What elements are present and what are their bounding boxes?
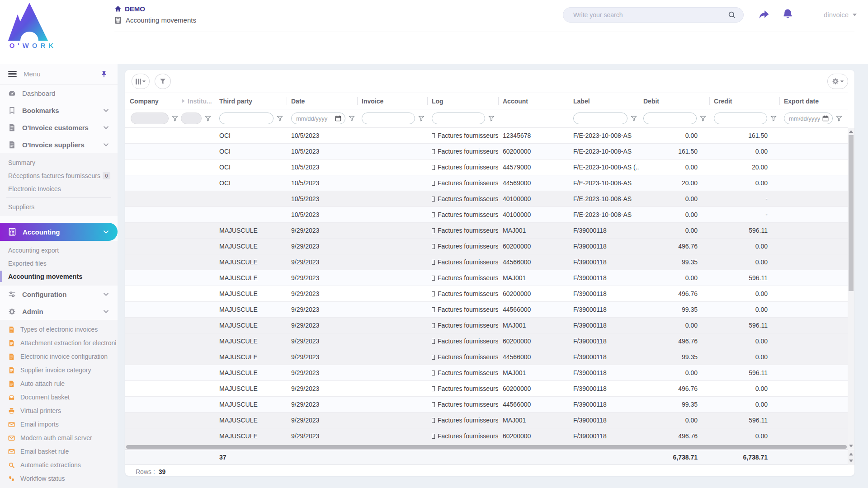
sidebar-subitem[interactable]: Attachment extraction for electroni [0,336,118,350]
vertical-scrollbar-thumb[interactable] [849,135,854,291]
sidebar-subitem[interactable]: Email imports [0,418,118,431]
filter-third-party-input[interactable] [219,113,274,124]
column-header-company[interactable]: Company [125,93,177,109]
table-row[interactable]: MAJUSCULE9/29/2023Factures fournisseurs6… [125,286,848,302]
table-row[interactable]: MAJUSCULE9/29/2023Factures fournisseurs4… [125,254,848,270]
table-row[interactable]: OCI10/5/2023Factures fournisseurs4456900… [125,175,848,191]
sidebar-subitem[interactable]: Automatic extractions [0,458,118,472]
funnel-icon[interactable] [277,116,283,122]
calendar-icon[interactable] [822,115,829,122]
expand-column-icon[interactable] [182,99,185,103]
sidebar-subitem[interactable]: Suppliers [0,200,118,213]
search-input[interactable] [563,11,728,19]
rows-label: Rows : [136,468,155,475]
pin-icon[interactable] [100,70,108,78]
column-header-log[interactable]: Log [427,93,498,109]
funnel-icon[interactable] [836,116,842,122]
sidebar-item-dashboard[interactable]: Dashboard [0,84,118,102]
sidebar-subitem[interactable]: Electronic Invoices [0,182,118,195]
user-menu[interactable]: dinvoice [824,11,857,19]
funnel-icon[interactable] [700,116,706,122]
table-row[interactable]: MAJUSCULE9/29/2023Factures fournisseurs4… [125,302,848,318]
sidebar-subitem[interactable]: Summary [0,156,118,169]
filter-credit-input[interactable] [714,113,767,124]
sidebar-subitem[interactable]: Workflow status [0,472,118,485]
table-row[interactable]: OCI10/5/2023Factures fournisseurs4457900… [125,160,848,175]
sidebar-subitem[interactable]: Accounting movements [0,270,118,283]
table-row[interactable]: MAJUSCULE9/29/2023Factures fournisseurs6… [125,239,848,254]
sidebar-subitem[interactable]: Modern auth email server [0,431,118,445]
log-glyph-icon [432,339,435,344]
sidebar-subitem[interactable]: Electronic invoice configuration [0,350,118,363]
table-row[interactable]: 10/5/2023Factures fournisseurs40100000F/… [125,191,848,207]
funnel-icon[interactable] [418,116,425,122]
column-header-export-date[interactable]: Export date [779,93,848,109]
sidebar-subitem[interactable]: Réceptions factures fournisseurs0 [0,169,118,182]
table-row[interactable]: MAJUSCULE9/29/2023Factures fournisseurs6… [125,333,848,349]
horizontal-scrollbar[interactable] [125,444,848,450]
scroll-up-icon[interactable] [849,453,853,455]
sidebar-subitem[interactable]: Email basket rule [0,445,118,458]
filter-invoice-input[interactable] [362,113,415,124]
column-header-invoice[interactable]: Invoice [357,93,427,109]
table-row[interactable]: OCI10/5/2023Factures fournisseurs1234567… [125,128,848,144]
scroll-down-icon[interactable] [849,460,853,462]
horizontal-scrollbar-thumb[interactable] [126,445,847,449]
sidebar-subitem[interactable]: Types of electronic invoices [0,323,118,336]
table-row[interactable]: MAJUSCULE9/29/2023Factures fournisseurs6… [125,381,848,397]
sidebar-subitem[interactable]: Virtual printers [0,404,118,418]
column-header-date[interactable]: Date [287,93,357,109]
table-row[interactable]: MAJUSCULE9/29/2023Factures fournisseurs4… [125,397,848,413]
sidebar-item-admin[interactable]: Admin [0,303,118,320]
sidebar-subitem[interactable]: Auto attach rule [0,377,118,390]
filter-button[interactable] [155,74,171,89]
filter-export-date-input[interactable]: mm/dd/yyyy [784,113,833,124]
column-header-credit[interactable]: Credit [709,93,779,109]
grid-settings-button[interactable] [827,74,848,89]
scroll-down-icon[interactable] [849,445,853,447]
share-icon[interactable] [758,8,770,21]
funnel-icon[interactable] [205,116,211,122]
funnel-icon[interactable] [770,116,777,122]
totals-scrollbar[interactable] [848,450,854,465]
hamburger-icon[interactable] [8,70,17,79]
scroll-up-icon[interactable] [849,130,853,133]
column-header-debit[interactable]: Debit [639,93,709,109]
table-row[interactable]: MAJUSCULE9/29/2023Factures fournisseurs6… [125,428,848,444]
sidebar-subitem[interactable]: Document basket [0,390,118,404]
breadcrumb-title[interactable]: DEMO [125,5,145,13]
sidebar-item-bookmarks[interactable]: Bookmarks [0,102,118,119]
sidebar-subitem[interactable]: Supplier invoice category [0,363,118,377]
notifications-bell-icon[interactable] [782,8,793,20]
sidebar-subitem[interactable]: Accounting export [0,244,118,257]
filter-debit-input[interactable] [643,113,697,124]
filter-date-input[interactable]: mm/dd/yyyy [291,113,345,124]
sidebar-item-configuration[interactable]: Configuration [0,286,118,303]
column-header-label[interactable]: Label [569,93,639,109]
column-header-institution[interactable]: Institu... [177,93,215,109]
sidebar-item-oinvoice-suppliers[interactable]: O'Invoice suppliers [0,136,118,153]
column-header-account[interactable]: Account [498,93,569,109]
table-row[interactable]: MAJUSCULE9/29/2023Factures fournisseursM… [125,318,848,333]
calendar-icon[interactable] [335,115,341,122]
funnel-icon[interactable] [349,116,355,122]
table-row[interactable]: OCI10/5/2023Factures fournisseurs6020000… [125,144,848,160]
funnel-icon[interactable] [488,116,495,122]
table-row[interactable]: 10/5/2023Factures fournisseurs40100000F/… [125,207,848,223]
columns-button[interactable] [132,74,150,89]
table-row[interactable]: MAJUSCULE9/29/2023Factures fournisseursM… [125,223,848,239]
funnel-icon[interactable] [631,116,637,122]
vertical-scrollbar[interactable] [848,128,854,450]
table-row[interactable]: MAJUSCULE9/29/2023Factures fournisseursM… [125,270,848,286]
sidebar-item-accounting[interactable]: Accounting [0,223,118,241]
search-icon[interactable] [728,11,736,19]
column-header-third-party[interactable]: Third party [215,93,287,109]
filter-log-input[interactable] [432,113,485,124]
sidebar-subitem[interactable]: Exported files [0,257,118,270]
table-row[interactable]: MAJUSCULE9/29/2023Factures fournisseursM… [125,413,848,428]
table-row[interactable]: MAJUSCULE9/29/2023Factures fournisseursM… [125,365,848,381]
filter-label-input[interactable] [573,113,627,124]
table-row[interactable]: MAJUSCULE9/29/2023Factures fournisseurs4… [125,349,848,365]
app-logo: O'WORK [8,3,58,49]
sidebar-item-oinvoice-customers[interactable]: O'Invoice customers [0,119,118,136]
